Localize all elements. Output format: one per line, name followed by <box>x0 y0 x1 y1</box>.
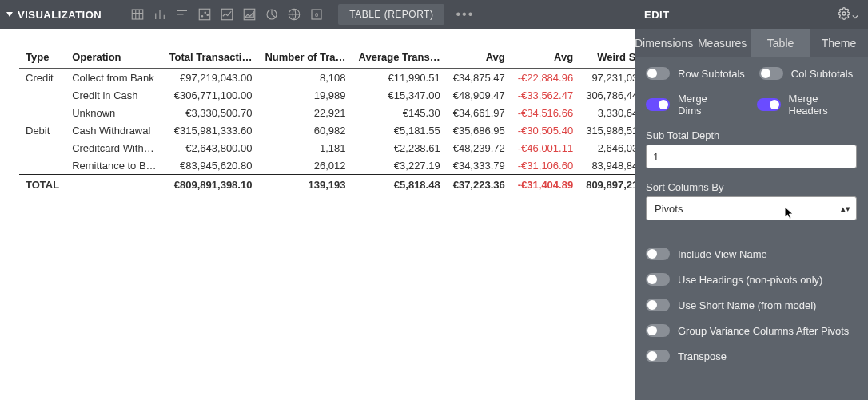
table-cell: Debit <box>19 121 66 139</box>
column-header[interactable]: Avg <box>512 48 579 69</box>
table-cell: €34,333.79 <box>447 156 512 175</box>
table-cell: €11,990.51 <box>352 69 447 87</box>
table-cell <box>19 139 66 156</box>
table-cell: 19,989 <box>258 86 352 104</box>
transpose-label: Transpose <box>678 350 727 362</box>
svg-point-2 <box>201 16 203 18</box>
tab-dimensions[interactable]: Dimensions <box>635 29 693 57</box>
table-cell: 3,330,646.00 <box>579 104 635 121</box>
bar-chart-icon[interactable] <box>149 4 170 25</box>
table-cell: 306,786,447.00 <box>579 86 635 104</box>
table-cell: 8,108 <box>258 69 352 87</box>
include-view-name-toggle[interactable] <box>646 248 670 260</box>
use-headings-label: Use Headings (non-pivots only) <box>678 274 822 286</box>
table-cell: €34,875.47 <box>447 69 512 87</box>
table-cell: -€46,001.11 <box>512 139 579 156</box>
table-cell: 2,646,038.61 <box>579 139 635 156</box>
table-cell: -€31,106.60 <box>512 156 579 175</box>
row-subtotals-label: Row Subtotals <box>678 68 745 80</box>
svg-rect-5 <box>221 9 233 20</box>
svg-text:6: 6 <box>315 11 318 18</box>
column-header[interactable]: Avg <box>447 48 512 69</box>
more-visualizations-button[interactable]: ••• <box>456 7 474 22</box>
table-cell: €15,347.00 <box>352 86 447 104</box>
use-headings-toggle[interactable] <box>646 273 670 286</box>
table-cell: €145.30 <box>352 104 447 121</box>
table-row: CreditCollect from Bank€97,219,043.008,1… <box>19 69 635 87</box>
merge-headers-toggle[interactable] <box>757 98 781 111</box>
table-cell: 315,986,515.15 <box>579 121 635 139</box>
table-cell: Cash Withdrawal <box>66 121 163 139</box>
list-icon[interactable] <box>172 4 193 25</box>
report-table: TypeOperationTotal Transacti…Number of T… <box>0 29 635 204</box>
table-cell: €37,223.36 <box>447 175 512 194</box>
column-header[interactable]: Operation <box>66 48 163 69</box>
row-subtotals-toggle[interactable] <box>646 67 670 80</box>
merge-dims-label: Merge Dims <box>678 93 731 117</box>
svg-rect-0 <box>132 10 143 19</box>
column-header[interactable]: Average Trans… <box>352 48 447 69</box>
area-chart-icon[interactable] <box>239 4 260 25</box>
table-cell: 97,231,033.51 <box>579 69 635 87</box>
table-cell: €306,771,100.00 <box>163 86 259 104</box>
visualization-title[interactable]: VISUALIZATION <box>6 9 102 21</box>
group-variance-toggle[interactable] <box>646 324 670 337</box>
column-header[interactable]: Weird Super <box>579 48 635 69</box>
table-cell: Credit <box>19 69 66 87</box>
line-chart-icon[interactable] <box>217 4 237 25</box>
table-cell: Collect from Bank <box>66 69 163 87</box>
tab-measures[interactable]: Measures <box>693 29 751 57</box>
table-cell: €3,330,500.70 <box>163 104 259 121</box>
tab-theme[interactable]: Theme <box>810 29 868 57</box>
table-cell: -€22,884.96 <box>512 69 579 87</box>
column-header[interactable]: Type <box>19 48 66 69</box>
col-subtotals-toggle[interactable] <box>759 67 783 80</box>
table-cell: €5,181.55 <box>352 121 447 139</box>
caret-down-icon <box>6 12 13 17</box>
sort-columns-by-label: Sort Columns By <box>646 181 857 193</box>
sub-total-depth-label: Sub Total Depth <box>646 129 857 141</box>
table-cell: €48,239.72 <box>447 139 512 156</box>
svg-point-11 <box>842 12 846 15</box>
table-row: Creditcard With…€2,643,800.001,181€2,238… <box>19 139 635 156</box>
table-icon[interactable] <box>127 4 148 25</box>
svg-point-4 <box>207 14 209 16</box>
use-short-name-toggle[interactable] <box>646 299 670 311</box>
table-row: Remittance to B…€83,945,620.8026,012€3,2… <box>19 156 635 175</box>
table-cell: 83,948,847.99 <box>579 156 635 175</box>
visualization-title-text: VISUALIZATION <box>18 9 102 21</box>
visualization-type-label[interactable]: TABLE (REPORT) <box>338 4 444 25</box>
table-cell <box>66 175 163 194</box>
table-cell: -€34,516.66 <box>512 104 579 121</box>
pie-chart-icon[interactable] <box>261 4 282 25</box>
table-cell: €3,227.19 <box>352 156 447 175</box>
table-cell: -€31,404.89 <box>512 175 579 194</box>
table-cell <box>19 86 66 104</box>
table-cell <box>19 104 66 121</box>
table-cell: 809,897,216.58 <box>579 175 635 194</box>
table-cell: €83,945,620.80 <box>163 156 259 175</box>
table-cell: 26,012 <box>258 156 352 175</box>
transpose-toggle[interactable] <box>646 350 670 362</box>
scatter-icon[interactable] <box>194 4 215 25</box>
table-cell: 22,921 <box>258 104 352 121</box>
table-cell: €35,686.95 <box>447 121 512 139</box>
merge-dims-toggle[interactable] <box>646 98 670 111</box>
gear-icon[interactable] <box>838 7 858 22</box>
sort-columns-by-select[interactable]: Pivots <box>646 196 857 220</box>
edit-panel-title: EDIT <box>644 9 670 21</box>
column-header[interactable]: Number of Tra… <box>258 48 352 69</box>
table-cell: 139,193 <box>258 175 352 194</box>
column-header[interactable]: Total Transacti… <box>163 48 259 69</box>
table-cell: Unknown <box>66 104 163 121</box>
sub-total-depth-input[interactable] <box>646 145 857 168</box>
number-icon[interactable]: 6 <box>306 4 327 25</box>
use-short-name-label: Use Short Name (from model) <box>678 299 816 311</box>
tab-table[interactable]: Table <box>751 29 810 57</box>
map-icon[interactable] <box>284 4 305 25</box>
table-cell: -€30,505.40 <box>512 121 579 139</box>
table-cell: €34,661.97 <box>447 104 512 121</box>
table-cell: 60,982 <box>258 121 352 139</box>
table-cell: TOTAL <box>19 175 66 194</box>
table-cell: €809,891,398.10 <box>163 175 259 194</box>
